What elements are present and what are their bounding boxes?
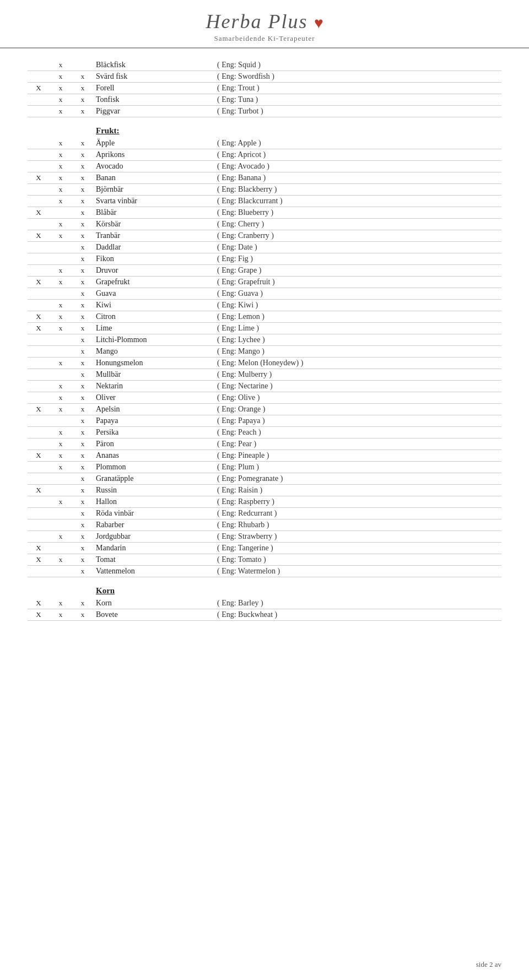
col-x1: [28, 106, 50, 117]
col-x3: x: [72, 392, 94, 404]
table-row: x x Björnbär ( Eng: Blackberry ): [28, 184, 501, 196]
col-x1: [28, 427, 50, 438]
col-x3: x: [72, 415, 94, 427]
col-x3: x: [72, 462, 94, 473]
food-name: Russin: [94, 485, 215, 496]
food-eng: ( Eng: Nectarine ): [215, 381, 501, 392]
food-eng: ( Eng: Apple ): [215, 138, 501, 149]
food-name: Ananas: [94, 450, 215, 462]
page-number: side 2 av: [476, 960, 501, 968]
food-name: Persika: [94, 427, 215, 438]
col-x2: [50, 334, 72, 346]
col-x1: [28, 369, 50, 381]
table-row: x x Plommon ( Eng: Plum ): [28, 462, 501, 473]
logo-title: Herba Plus: [206, 10, 307, 33]
col-x3: x: [72, 106, 94, 117]
food-name: Bovete: [94, 609, 215, 621]
col-x2: x: [50, 381, 72, 392]
col-x3: x: [72, 277, 94, 288]
table-row: x Daddlar ( Eng: Date ): [28, 242, 501, 253]
col-x3: x: [72, 196, 94, 207]
food-name: Blåbär: [94, 207, 215, 219]
col-x3: x: [72, 172, 94, 184]
table-row: x x Piggvar ( Eng: Turbot ): [28, 106, 501, 117]
food-eng: ( Eng: Blueberry ): [215, 207, 501, 219]
col-x2: x: [50, 438, 72, 450]
col-x1: X: [28, 450, 50, 462]
col-x3: [72, 59, 94, 71]
table-row: X x x Lime ( Eng: Lime ): [28, 323, 501, 334]
food-name: Forell: [94, 83, 215, 94]
col-x2: [50, 288, 72, 300]
col-x3: x: [72, 346, 94, 358]
food-eng: ( Eng: Mango ): [215, 346, 501, 358]
col-x2: x: [50, 277, 72, 288]
page-header: Herba Plus ♥ Samarbeidende Ki-Terapeuter: [0, 0, 529, 48]
col-x3: x: [72, 71, 94, 83]
table-row: x Litchi-Plommon ( Eng: Lychee ): [28, 334, 501, 346]
col-x3: x: [72, 323, 94, 334]
table-row: X x Russin ( Eng: Raisin ): [28, 485, 501, 496]
food-name: Röda vinbär: [94, 508, 215, 519]
food-eng: ( Eng: Grape ): [215, 265, 501, 277]
col-x3: x: [72, 609, 94, 621]
table-row: x x Tonfisk ( Eng: Tuna ): [28, 94, 501, 106]
col-x3: x: [72, 450, 94, 462]
col-x3: x: [72, 358, 94, 369]
col-x2: x: [50, 300, 72, 311]
col-x1: X: [28, 485, 50, 496]
food-eng: ( Eng: Pear ): [215, 438, 501, 450]
food-eng: ( Eng: Pineaple ): [215, 450, 501, 462]
col-x2: x: [50, 83, 72, 94]
col-x1: [28, 94, 50, 106]
col-x2: x: [50, 106, 72, 117]
table-row: X x x Forell ( Eng: Trout ): [28, 83, 501, 94]
food-name: Körsbär: [94, 219, 215, 230]
table-row: X x x Citron ( Eng: Lemon ): [28, 311, 501, 323]
table-row: x x Körsbär ( Eng: Cherry ): [28, 219, 501, 230]
col-x1: X: [28, 207, 50, 219]
food-eng: ( Eng: Lime ): [215, 323, 501, 334]
food-name: Daddlar: [94, 242, 215, 253]
col-x3: x: [72, 508, 94, 519]
col-x3: x: [72, 566, 94, 577]
col-x3: x: [72, 543, 94, 554]
food-name: Piggvar: [94, 106, 215, 117]
food-name: Kiwi: [94, 300, 215, 311]
col-x2: x: [50, 138, 72, 149]
col-x3: x: [72, 473, 94, 485]
col-x2: x: [50, 427, 72, 438]
table-row: x x Svarta vinbär ( Eng: Blackcurrant ): [28, 196, 501, 207]
col-x1: [28, 496, 50, 508]
table-row: x Granatäpple ( Eng: Pomegranate ): [28, 473, 501, 485]
food-eng: ( Eng: Melon (Honeydew) ): [215, 358, 501, 369]
col-x2: [50, 508, 72, 519]
col-x1: X: [28, 172, 50, 184]
food-eng: ( Eng: Tomato ): [215, 554, 501, 566]
table-row: x x Persika ( Eng: Peach ): [28, 427, 501, 438]
food-name: Banan: [94, 172, 215, 184]
col-x2: [50, 242, 72, 253]
food-name: Litchi-Plommon: [94, 334, 215, 346]
col-x2: [50, 566, 72, 577]
food-name: Guava: [94, 288, 215, 300]
section-spacer: [50, 577, 72, 598]
col-x2: x: [50, 323, 72, 334]
col-x2: [50, 415, 72, 427]
col-x1: [28, 219, 50, 230]
food-eng: ( Eng: Strawberry ): [215, 531, 501, 543]
col-x1: [28, 138, 50, 149]
food-eng: ( Eng: Orange ): [215, 404, 501, 415]
food-eng: ( Eng: Tangerine ): [215, 543, 501, 554]
food-name: Oliver: [94, 392, 215, 404]
table-row: x Fikon ( Eng: Fig ): [28, 253, 501, 265]
food-name: Mango: [94, 346, 215, 358]
food-name: Rabarber: [94, 519, 215, 531]
food-name: Honungsmelon: [94, 358, 215, 369]
col-x3: x: [72, 427, 94, 438]
food-eng: ( Eng: Buckwheat ): [215, 609, 501, 621]
col-x1: [28, 531, 50, 543]
table-row: x x Honungsmelon ( Eng: Melon (Honeydew)…: [28, 358, 501, 369]
col-x1: [28, 392, 50, 404]
col-x1: X: [28, 230, 50, 242]
